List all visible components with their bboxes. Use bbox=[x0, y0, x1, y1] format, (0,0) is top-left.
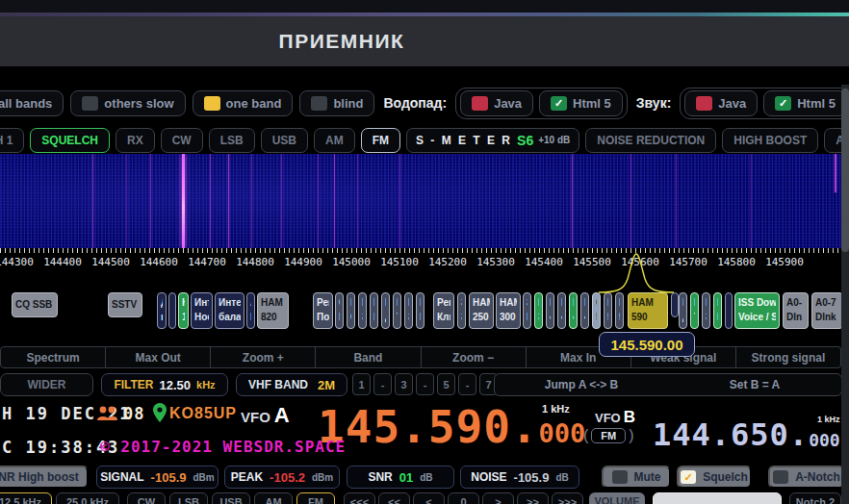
band-marker[interactable]: РепКли bbox=[433, 292, 454, 329]
band-marker[interactable]: АР bbox=[246, 292, 255, 329]
set-b-equals-a-button[interactable]: Set B = A bbox=[668, 374, 841, 395]
band-marker[interactable]: РТ bbox=[690, 292, 699, 329]
view-button-zoom-[interactable]: Zoom + bbox=[211, 346, 316, 368]
mute-toggle[interactable]: Mute bbox=[602, 466, 671, 489]
mode-button-am[interactable]: AM bbox=[314, 128, 355, 153]
sound-java-button[interactable]: Java bbox=[684, 90, 758, 116]
wider-button[interactable]: WIDER bbox=[0, 373, 93, 396]
band-marker[interactable]: SSTV bbox=[108, 292, 142, 317]
mode-button-noise-reduction[interactable]: NOISE REDUCTION bbox=[585, 128, 716, 153]
one-band-button[interactable]: one band bbox=[193, 90, 294, 116]
view-button-strong-signal[interactable]: Strong signal bbox=[736, 346, 841, 368]
mode-button-usb[interactable]: USB bbox=[261, 128, 308, 153]
band-marker[interactable]: С5 bbox=[592, 292, 601, 329]
band-marker[interactable]: CQ SSB bbox=[12, 292, 58, 317]
bottom-button-[interactable]: <<< bbox=[344, 492, 375, 504]
mode-button-high-boost[interactable]: HIGH BOOST bbox=[722, 128, 818, 153]
band-marker[interactable]: РЗ bbox=[358, 292, 367, 329]
scrollbar-thumb[interactable] bbox=[841, 88, 849, 252]
blind-button[interactable]: blind bbox=[299, 90, 374, 116]
a-notch-toggle[interactable]: A-Notch bbox=[768, 466, 845, 489]
others-slow-button[interactable]: others slow bbox=[70, 90, 185, 116]
mode-button-lsb[interactable]: LSB bbox=[209, 128, 255, 153]
step-button-3[interactable]: 3 bbox=[395, 373, 413, 395]
band-marker[interactable]: РС bbox=[347, 292, 355, 329]
bottom-button-lsb[interactable]: LSB bbox=[169, 492, 208, 504]
bottom-button-[interactable]: >>> bbox=[552, 492, 583, 504]
waterfall-java-button[interactable]: Java bbox=[460, 90, 533, 116]
step-button-[interactable]: - bbox=[416, 373, 434, 395]
band-marker[interactable]: РК bbox=[725, 292, 733, 329]
nr-high-boost-button[interactable]: NR High boost bbox=[0, 466, 89, 489]
band-marker[interactable]: HAM820 bbox=[257, 292, 289, 329]
band-marker[interactable]: Н5 bbox=[615, 292, 624, 329]
band-marker[interactable]: Н4 bbox=[580, 292, 589, 329]
view-button-band[interactable]: Band bbox=[316, 346, 421, 368]
bottom-button-[interactable]: > bbox=[482, 492, 514, 504]
band-marker[interactable]: A0-7Dlnk bbox=[811, 292, 843, 329]
band-marker[interactable]: ЗЗ bbox=[457, 292, 466, 329]
step-button-[interactable]: - bbox=[458, 373, 476, 395]
scrollbar[interactable] bbox=[841, 85, 849, 504]
sound-html5-button[interactable]: ✓Html 5 bbox=[763, 90, 847, 116]
bottom-slider[interactable] bbox=[653, 492, 782, 504]
mute-checkbox[interactable] bbox=[612, 470, 628, 484]
band-marker[interactable]: РД bbox=[381, 292, 390, 329]
bottom-button-cw[interactable]: CW bbox=[127, 492, 166, 504]
sound-java-checkbox[interactable] bbox=[696, 96, 712, 111]
band-marker[interactable]: РВ bbox=[416, 292, 424, 329]
mode-button-fm[interactable]: FM bbox=[361, 128, 400, 153]
bottom-button-[interactable]: >> bbox=[517, 492, 549, 504]
band-marker[interactable]: Н5 bbox=[604, 292, 612, 329]
bottom-button-0[interactable]: 0 bbox=[448, 492, 479, 504]
jump-a-b-button[interactable]: Jump A <-> B bbox=[495, 374, 668, 395]
vfo-b-mode-badge[interactable]: FM bbox=[591, 428, 626, 443]
band-marker[interactable]: РК bbox=[370, 292, 378, 329]
view-button-zoom-[interactable]: Zoom − bbox=[422, 346, 527, 368]
band-marker[interactable]: ИнтНое bbox=[191, 292, 213, 329]
band-marker[interactable]: РЗ bbox=[702, 292, 710, 329]
filter-indicator[interactable]: FILTER 12.50 kHz bbox=[101, 373, 228, 396]
waterfall-display[interactable] bbox=[0, 154, 841, 248]
all-bands-button[interactable]: all bands bbox=[0, 90, 64, 116]
view-button-max-out[interactable]: Max Out bbox=[106, 346, 211, 368]
band-marker[interactable]: A0-Dln bbox=[783, 292, 809, 329]
band-marker[interactable]: Н4 bbox=[546, 292, 554, 329]
band-marker[interactable]: РепПод bbox=[313, 292, 333, 329]
band-marker[interactable]: Н3 bbox=[534, 292, 543, 329]
mode-button-squelch[interactable]: SQUELCH bbox=[30, 128, 110, 153]
view-button-spectrum[interactable]: Spectrum bbox=[0, 346, 106, 368]
band-marker[interactable]: Н12 bbox=[178, 292, 189, 329]
bottom-button-volume[interactable]: VOLUME bbox=[589, 492, 645, 504]
bottom-button-25-0-khz[interactable]: 25.0 kHz bbox=[56, 492, 119, 504]
waterfall-html5-checkbox[interactable]: ✓ bbox=[551, 96, 567, 111]
band-marker[interactable]: Дв bbox=[157, 292, 167, 329]
mode-button-cw[interactable]: CW bbox=[161, 128, 203, 153]
one-band-checkbox[interactable] bbox=[204, 96, 220, 111]
a-notch-checkbox[interactable] bbox=[773, 470, 788, 484]
band-marker[interactable]: ISS DowVoice / S bbox=[734, 292, 780, 329]
band-marker[interactable]: HAM300 bbox=[496, 292, 521, 329]
band-marker[interactable]: HAM250 bbox=[469, 292, 494, 329]
band-marker[interactable]: Н4 bbox=[569, 292, 578, 329]
bottom-button-usb[interactable]: USB bbox=[212, 492, 250, 504]
waterfall-html5-button[interactable]: ✓Html 5 bbox=[539, 90, 623, 116]
step-button-5[interactable]: 5 bbox=[437, 373, 455, 395]
band-marker[interactable]: РТ bbox=[393, 292, 401, 329]
band-marker[interactable]: ЗМ bbox=[523, 292, 531, 329]
step-button-[interactable]: - bbox=[373, 373, 392, 395]
band-marker[interactable]: СМ bbox=[335, 292, 344, 329]
bottom-button-[interactable]: << bbox=[378, 492, 410, 504]
bottom-button-am[interactable]: AM bbox=[254, 492, 293, 504]
vfo-b-frequency[interactable]: 144.650.000 bbox=[653, 416, 840, 450]
band-marker[interactable]: РЗ bbox=[404, 292, 413, 329]
blind-checkbox[interactable] bbox=[311, 96, 327, 111]
sound-html5-checkbox[interactable]: ✓ bbox=[775, 96, 791, 111]
bottom-button-notch-2[interactable]: Notch 2 bbox=[789, 492, 841, 504]
waterfall-java-checkbox[interactable] bbox=[472, 96, 488, 111]
bottom-button-[interactable]: < bbox=[413, 492, 445, 504]
bottom-button-12-5-khz[interactable]: 12.5 kHz bbox=[0, 492, 52, 504]
bottom-button-fm[interactable]: FM bbox=[296, 492, 335, 504]
mode-button-ch-1[interactable]: CH 1 bbox=[0, 128, 24, 153]
squelch-toggle[interactable]: ✓Squelch bbox=[677, 466, 752, 489]
